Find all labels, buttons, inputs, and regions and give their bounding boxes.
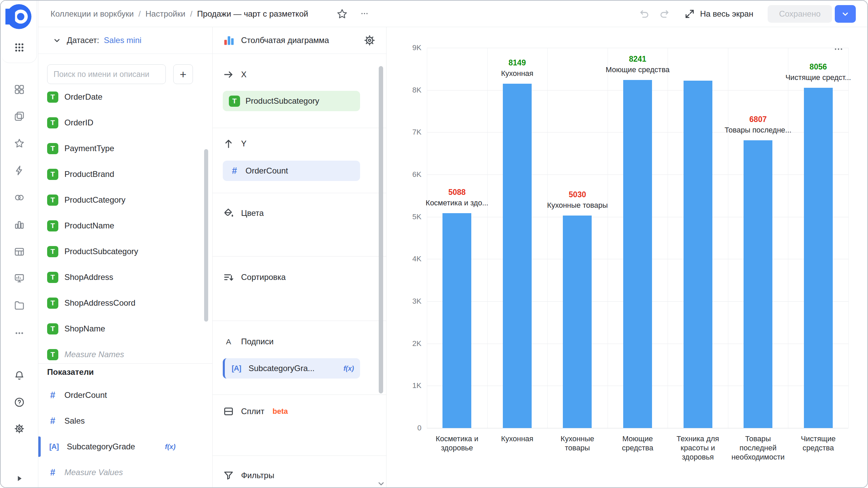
y-tick-label: 6K [387,169,421,180]
storage-folder-icon[interactable] [13,299,25,311]
more-icon[interactable] [13,327,25,339]
redo-icon[interactable] [659,8,670,20]
arrow-up-icon [223,138,234,149]
dimension-row[interactable]: T OrderDate [38,84,212,110]
y-field-chip[interactable]: # OrderCount [223,161,360,181]
datasets-circles-icon[interactable] [13,191,25,204]
dataset-scrollbar-thumb[interactable] [204,149,208,322]
connections-lightning-icon[interactable] [13,164,25,177]
field-type-icon: # [47,390,58,401]
bar[interactable] [804,88,833,428]
undo-icon[interactable] [638,8,650,20]
help-icon[interactable] [13,396,25,408]
config-scrollbar-thumb[interactable] [379,66,383,393]
x-field-chip[interactable]: T ProductSubcategory [223,91,360,111]
x-category-label: Техника длякрасоты издоровья [668,434,728,462]
fullscreen-icon[interactable] [684,8,695,20]
labels-field-name: SubcategoryGra... [249,364,315,373]
bar-value-label: 6807 [725,114,791,125]
apps-grid-icon[interactable] [13,41,25,54]
workbooks-icon[interactable] [13,110,25,122]
chart-type-label[interactable]: Столбчатая диаграмма [241,36,329,45]
field-type-icon: T [47,246,58,257]
bar[interactable] [623,80,652,428]
dimension-row[interactable]: T ProductSubcategory [38,239,212,264]
section-divider [213,394,386,395]
dimension-row[interactable]: T OrderID [38,110,212,136]
dimension-row[interactable]: T ProductBrand [38,161,212,187]
breadcrumb-settings[interactable]: Настройки [145,9,185,19]
measure-row[interactable]: # Measure Values [38,460,212,485]
top-bar: Коллекции и воркбуки / Настройки / Прода… [38,1,867,27]
bar[interactable] [442,213,471,428]
settings-gear-icon[interactable] [13,423,25,435]
dimension-row[interactable]: T ShopAddress [38,264,212,290]
bar[interactable] [744,140,772,428]
breadcrumb: Коллекции и воркбуки / Настройки / Прода… [51,1,308,27]
field-name: ProductName [64,221,114,230]
tables-icon[interactable] [13,246,25,258]
field-name: Sales [64,416,85,426]
chart-menu-icon[interactable] [832,45,845,54]
attribute-type-icon: [A] [230,364,243,373]
charts-icon[interactable] [13,219,25,231]
collapse-panel-icon[interactable] [13,472,25,485]
v-gridline [608,48,608,428]
dimension-row[interactable]: T ProductCategory [38,187,212,213]
measure-list: # OrderCount # Sales [A] SubcategoryGrad… [38,382,212,485]
scroll-down-chevron-icon[interactable] [376,479,386,488]
formula-fx-icon: f(x) [343,365,354,372]
split-icon [223,406,234,417]
y-section-label: Y [241,139,246,148]
fullscreen-label[interactable]: На весь экран [700,9,753,19]
saved-button[interactable]: Сохранено [768,5,832,23]
chart-settings-gear-icon[interactable] [363,34,376,47]
breadcrumb-collections[interactable]: Коллекции и воркбуки [51,9,134,19]
bar-name-label: Товары последне... [725,125,791,136]
bar[interactable] [563,216,592,428]
v-gridline [487,48,488,428]
measure-row[interactable]: # OrderCount [38,382,212,408]
field-type-icon: T [47,143,58,154]
section-divider [213,321,386,321]
favorites-star-icon[interactable] [13,137,25,149]
monitoring-icon[interactable] [13,272,25,284]
chevron-down-icon[interactable] [52,35,62,45]
filters-section-header[interactable]: Фильтры [223,468,274,483]
dataset-name-link[interactable]: Sales mini [104,36,141,45]
notifications-bell-icon[interactable] [13,369,25,382]
x-field-name: ProductSubcategory [245,96,319,106]
field-type-icon: T [47,220,58,231]
sort-section-header[interactable]: Сортировка [223,270,286,285]
y-tick-label: 4K [387,254,421,264]
dimension-row[interactable]: T ShopAddressCoord [38,290,212,316]
h-gridline [427,48,848,48]
split-section-header[interactable]: Сплит beta [223,404,288,419]
labels-field-chip[interactable]: [A] SubcategoryGra... f(x) [223,358,360,379]
bar[interactable] [684,81,712,428]
measure-row[interactable]: # Sales [38,408,212,434]
page-more-icon[interactable] [359,10,370,18]
bar[interactable] [503,84,532,428]
app-window: Коллекции и воркбуки / Настройки / Прода… [0,0,868,488]
field-type-icon: T [47,169,58,180]
labels-section-label: Подписи [241,337,274,346]
field-name: SubcategoryGrade [67,442,135,451]
x-category-label: Товарыпоследнейнеобходимости [728,434,788,462]
bar-value-label: 8056 [785,61,851,72]
field-search-input[interactable] [47,64,166,84]
dashboards-icon[interactable] [13,83,25,96]
field-type-icon: T [47,92,58,103]
favorite-star-icon[interactable] [336,8,348,20]
dimension-row[interactable]: T ShopName [38,316,212,342]
measure-row[interactable]: [A] SubcategoryGrade f(x) [38,434,212,460]
y-field-name: OrderCount [245,166,288,176]
column-chart-icon [223,34,235,46]
field-type-icon: T [47,272,58,283]
colors-section-header[interactable]: Цвета [223,206,264,221]
dimension-row[interactable]: T PaymentType [38,136,212,161]
dimension-row[interactable]: T ProductName [38,213,212,239]
save-dropdown-button[interactable] [835,5,856,23]
add-field-button[interactable]: + [173,64,193,84]
datalens-logo[interactable] [5,3,33,30]
